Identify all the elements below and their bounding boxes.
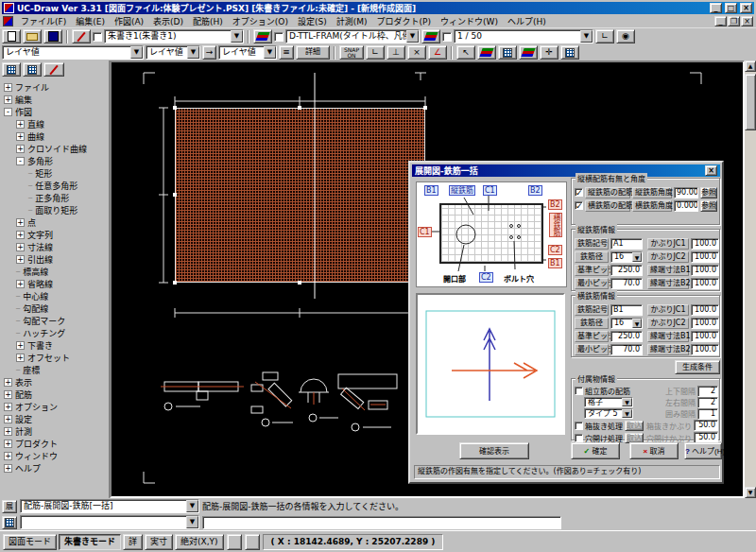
ud-gap-field[interactable]: 2: [697, 386, 718, 397]
frame-checkbox[interactable]: [274, 32, 284, 42]
tree-item[interactable]: +プロダクト: [0, 438, 109, 450]
mdi-restore-icon[interactable]: ❐: [728, 16, 740, 26]
layer-set-button[interactable]: [519, 45, 538, 60]
menu-item-0[interactable]: ファイル(F): [16, 14, 71, 28]
tree-item[interactable]: +寸法線: [0, 241, 109, 253]
rebar-field[interactable]: 100.0: [691, 278, 719, 289]
tree-item[interactable]: +計測: [0, 425, 109, 438]
tree-expand-icon[interactable]: +: [16, 120, 25, 129]
rebar-field[interactable]: 100.0: [691, 304, 719, 316]
tree-item[interactable]: ─勾配マーク: [0, 315, 109, 327]
hole-checkbox[interactable]: [575, 434, 583, 442]
help-button[interactable]: ? ヘルプ(H): [684, 442, 722, 459]
save-file-button[interactable]: [43, 29, 62, 43]
scroll-up-icon[interactable]: ▲: [745, 60, 756, 72]
snap-mid-button[interactable]: ⊥: [387, 45, 405, 60]
mode-button-2[interactable]: 詳: [123, 534, 143, 550]
tree-item[interactable]: ─座標: [0, 364, 109, 376]
tree-item[interactable]: -作図: [0, 106, 109, 118]
boxout-import-button[interactable]: 取込: [625, 421, 644, 431]
new-file-button[interactable]: [2, 29, 21, 43]
menu-item-6[interactable]: 設定(S): [293, 14, 332, 28]
ok-button[interactable]: ✓ 確定: [571, 442, 620, 459]
lr-gap-field[interactable]: 2: [697, 397, 718, 408]
frame-edit-button[interactable]: ∟: [595, 29, 614, 43]
command-combo-2[interactable]: ▼: [20, 515, 199, 529]
tree-expand-icon[interactable]: +: [16, 354, 25, 362]
scroll-thumb[interactable]: [745, 74, 756, 130]
tree-item[interactable]: +編集: [0, 94, 109, 106]
close-icon[interactable]: ×: [740, 3, 752, 13]
linewidth-button[interactable]: ≡: [279, 45, 294, 60]
tree-item[interactable]: +文字列: [0, 229, 109, 241]
tree-item[interactable]: +引出線: [0, 253, 109, 266]
rebar-field[interactable]: 250.0: [610, 331, 643, 342]
tree-item[interactable]: ─中心線: [0, 290, 109, 302]
menu-item-7[interactable]: 計測(M): [332, 14, 372, 28]
tree-item[interactable]: ─ハッチング: [0, 327, 109, 339]
maximize-icon[interactable]: □: [725, 3, 737, 13]
menu-item-3[interactable]: 表示(D): [148, 14, 188, 28]
rebar-combo[interactable]: 16▼: [610, 318, 643, 329]
redline-layer-combo[interactable]: 朱書き1(朱書き1) ▼: [104, 29, 244, 43]
snap-on-button[interactable]: SNAP ON: [339, 45, 364, 60]
menu-item-10[interactable]: ヘルプ(H): [503, 14, 551, 28]
scale-layer-button[interactable]: [421, 29, 440, 43]
menu-item-8[interactable]: プロダクト(P): [372, 14, 436, 28]
abs-coord-toggle-2[interactable]: [245, 534, 260, 550]
layer-value-combo-1[interactable]: レイヤ値 ▼: [2, 45, 144, 60]
hole-import-button[interactable]: 取込: [625, 433, 644, 443]
tree-item[interactable]: ─正多角形: [0, 192, 109, 204]
scale-combo[interactable]: 1 / 50 ▼: [454, 29, 593, 43]
menu-item-4[interactable]: 配筋(H): [188, 14, 228, 28]
tree-item[interactable]: ─標高線: [0, 266, 109, 278]
layer-list-button[interactable]: [477, 45, 496, 60]
reference-button[interactable]: 参照: [700, 200, 717, 212]
menu-item-1[interactable]: 編集(E): [71, 14, 110, 28]
enclose-gap-field[interactable]: 1: [697, 408, 718, 420]
assemble-rebar-checkbox[interactable]: [575, 387, 583, 395]
tree-extra-button-1[interactable]: [66, 62, 85, 77]
layer-value-combo-2[interactable]: レイヤ値 ▼: [146, 45, 200, 60]
chevron-down-icon[interactable]: ▼: [406, 30, 419, 43]
rebar-field[interactable]: B1: [610, 304, 643, 316]
tree-expand-icon[interactable]: +: [16, 132, 25, 141]
tree-expand-icon[interactable]: +: [4, 415, 12, 423]
tree-item[interactable]: ─面取り矩形: [0, 204, 109, 216]
sheet-button[interactable]: [498, 45, 517, 60]
tree-item[interactable]: +下書き: [0, 339, 109, 352]
tree-expand-icon[interactable]: +: [16, 218, 25, 227]
zoom-extent-button[interactable]: [560, 45, 579, 60]
tree-item[interactable]: +クロソイド曲線: [0, 143, 109, 155]
chevron-down-icon[interactable]: ▼: [622, 398, 632, 406]
tree-item[interactable]: +曲線: [0, 130, 109, 143]
tree-expand-icon[interactable]: +: [4, 440, 12, 448]
mode-button-0[interactable]: 図面モード: [3, 534, 57, 550]
tree-expand-icon[interactable]: -: [4, 108, 12, 116]
mdi-minimize-icon[interactable]: _: [714, 16, 727, 26]
rebar-combo[interactable]: 16▼: [610, 251, 643, 263]
tree-expand-icon[interactable]: -: [16, 157, 25, 165]
rebar-field[interactable]: 100.0: [691, 318, 719, 329]
tree-expand-icon[interactable]: +: [4, 378, 12, 387]
chevron-down-icon[interactable]: ▼: [187, 46, 199, 59]
tree-expand-icon[interactable]: +: [4, 427, 12, 436]
tree-item[interactable]: +省略線: [0, 278, 109, 290]
boxout-checkbox[interactable]: [575, 422, 583, 430]
tree-expand-icon[interactable]: +: [16, 145, 25, 153]
tree-item[interactable]: +配筋: [0, 388, 109, 401]
scroll-down-icon[interactable]: ▼: [745, 487, 756, 498]
mode-button-4[interactable]: 絶対(X,Y): [175, 534, 224, 550]
tree-expand-icon[interactable]: +: [4, 452, 12, 460]
menu-item-5[interactable]: オプション(O): [228, 14, 293, 28]
snap-end-button[interactable]: ∟: [366, 45, 385, 60]
menu-item-2[interactable]: 作図(A): [110, 14, 148, 28]
tree-item[interactable]: +オフセット: [0, 352, 109, 364]
tree-item[interactable]: ─任意多角形: [0, 180, 109, 192]
command-input-button[interactable]: [2, 516, 17, 529]
tree-item[interactable]: +点: [0, 216, 109, 229]
menu-item-9[interactable]: ウィンドウ(W): [436, 14, 503, 28]
tree-item[interactable]: +ウィンドウ: [0, 450, 109, 462]
tree-expand-icon[interactable]: +: [16, 243, 25, 251]
detail-button[interactable]: 詳細: [296, 45, 330, 60]
